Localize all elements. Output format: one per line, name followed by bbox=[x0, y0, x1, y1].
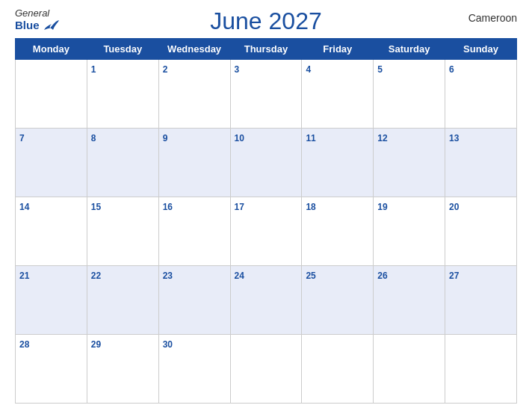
calendar-cell: 16 bbox=[158, 197, 230, 266]
calendar-cell bbox=[374, 335, 445, 404]
day-header-sunday: Sunday bbox=[445, 39, 517, 60]
calendar-cell bbox=[445, 335, 517, 404]
day-number: 11 bbox=[306, 133, 315, 143]
day-number: 17 bbox=[235, 202, 244, 212]
calendar-cell: 2 bbox=[158, 60, 230, 129]
calendar-cell: 3 bbox=[230, 60, 302, 129]
calendar-cell: 8 bbox=[87, 129, 158, 197]
calendar-cell bbox=[230, 335, 302, 404]
day-number: 14 bbox=[19, 202, 29, 212]
day-number: 12 bbox=[377, 133, 387, 143]
day-number: 16 bbox=[163, 202, 173, 212]
calendar-title: June 2027 bbox=[82, 7, 450, 35]
calendar-cell: 17 bbox=[230, 197, 302, 266]
day-number: 5 bbox=[377, 64, 383, 75]
calendar-cell: 26 bbox=[374, 266, 445, 335]
day-header-monday: Monday bbox=[16, 39, 87, 60]
day-header-tuesday: Tuesday bbox=[87, 39, 158, 60]
day-header-wednesday: Wednesday bbox=[158, 39, 230, 60]
calendar-week-row: 282930 bbox=[16, 335, 517, 404]
day-number: 2 bbox=[163, 64, 168, 75]
day-number: 22 bbox=[91, 271, 101, 281]
calendar-week-row: 78910111213 bbox=[16, 129, 517, 197]
calendar-cell: 13 bbox=[445, 129, 517, 197]
day-number: 7 bbox=[19, 133, 25, 143]
logo-blue-text: Blue bbox=[15, 19, 40, 31]
calendar-cell: 18 bbox=[302, 197, 374, 266]
calendar-cell bbox=[16, 60, 87, 129]
calendar-cell: 15 bbox=[87, 197, 158, 266]
day-number: 19 bbox=[377, 202, 387, 212]
calendar-title-area: June 2027 bbox=[82, 7, 450, 35]
day-number: 9 bbox=[163, 133, 168, 143]
calendar-cell: 6 bbox=[445, 60, 517, 129]
day-number: 13 bbox=[449, 133, 459, 143]
day-number: 23 bbox=[163, 271, 173, 281]
calendar-cell: 24 bbox=[230, 266, 302, 335]
day-number: 30 bbox=[163, 339, 173, 350]
day-number: 24 bbox=[235, 271, 244, 281]
calendar-cell bbox=[302, 335, 374, 404]
logo: General Blue bbox=[15, 7, 82, 31]
calendar-cell: 22 bbox=[87, 266, 158, 335]
day-header-thursday: Thursday bbox=[230, 39, 302, 60]
calendar-week-row: 123456 bbox=[16, 60, 517, 129]
calendar-cell: 27 bbox=[445, 266, 517, 335]
calendar-cell: 19 bbox=[374, 197, 445, 266]
day-number: 21 bbox=[19, 271, 29, 281]
day-number: 26 bbox=[377, 271, 387, 281]
calendar-cell: 12 bbox=[374, 129, 445, 197]
day-number: 8 bbox=[91, 133, 96, 143]
day-number: 20 bbox=[449, 202, 459, 212]
day-header-friday: Friday bbox=[302, 39, 374, 60]
day-number: 3 bbox=[235, 64, 240, 75]
logo-bird-icon bbox=[43, 19, 59, 31]
calendar-cell: 10 bbox=[230, 129, 302, 197]
calendar-header-row: MondayTuesdayWednesdayThursdayFridaySatu… bbox=[16, 39, 517, 60]
day-number: 10 bbox=[235, 133, 244, 143]
calendar-week-row: 14151617181920 bbox=[16, 197, 517, 266]
day-number: 27 bbox=[449, 271, 459, 281]
day-number: 28 bbox=[19, 339, 29, 350]
calendar-cell: 14 bbox=[16, 197, 87, 266]
day-number: 29 bbox=[91, 339, 101, 350]
calendar-cell: 7 bbox=[16, 129, 87, 197]
day-header-saturday: Saturday bbox=[374, 39, 445, 60]
calendar-week-row: 21222324252627 bbox=[16, 266, 517, 335]
calendar-header: General Blue June 2027 Cameroon bbox=[15, 7, 517, 35]
calendar-cell: 4 bbox=[302, 60, 374, 129]
calendar-cell: 25 bbox=[302, 266, 374, 335]
calendar-cell: 23 bbox=[158, 266, 230, 335]
calendar-cell: 30 bbox=[158, 335, 230, 404]
calendar-cell: 1 bbox=[87, 60, 158, 129]
logo-general-text: General bbox=[15, 7, 49, 19]
calendar-cell: 20 bbox=[445, 197, 517, 266]
day-number: 6 bbox=[449, 64, 454, 75]
calendar-cell: 28 bbox=[16, 335, 87, 404]
day-number: 18 bbox=[306, 202, 315, 212]
calendar-cell: 29 bbox=[87, 335, 158, 404]
calendar-cell: 5 bbox=[374, 60, 445, 129]
calendar-table: MondayTuesdayWednesdayThursdayFridaySatu… bbox=[15, 38, 517, 404]
day-number: 15 bbox=[91, 202, 101, 212]
calendar-cell: 9 bbox=[158, 129, 230, 197]
day-number: 25 bbox=[306, 271, 315, 281]
day-number: 4 bbox=[306, 64, 311, 75]
country-label: Cameroon bbox=[450, 7, 517, 24]
calendar-cell: 11 bbox=[302, 129, 374, 197]
day-number: 1 bbox=[91, 64, 96, 75]
calendar-cell: 21 bbox=[16, 266, 87, 335]
